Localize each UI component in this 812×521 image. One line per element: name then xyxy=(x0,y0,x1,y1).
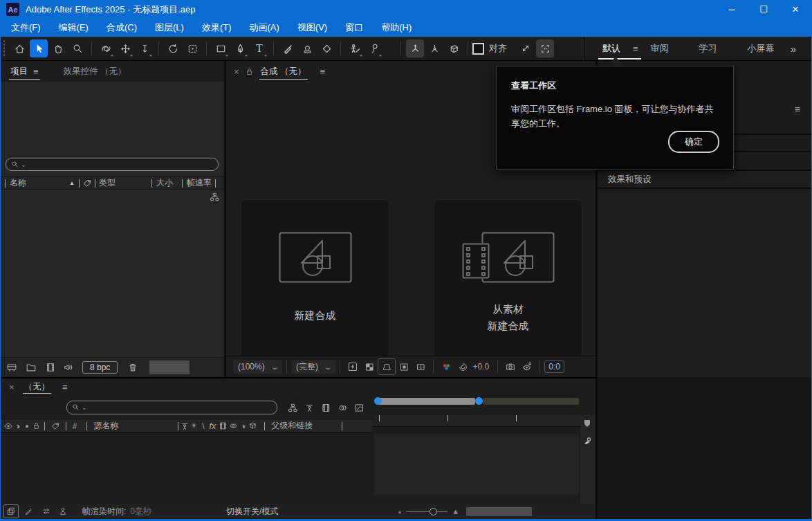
zoom-out-mountain-icon[interactable]: ▲ xyxy=(397,509,402,514)
lock-icon[interactable] xyxy=(30,419,42,434)
menu-effect[interactable]: 效果(T) xyxy=(193,19,241,37)
region-of-interest-icon[interactable] xyxy=(396,359,412,374)
timeline-tab-close-icon[interactable]: × xyxy=(9,382,15,392)
navigator-end-handle[interactable] xyxy=(475,397,483,405)
zoom-tool[interactable] xyxy=(68,39,86,57)
workspace-tab-review[interactable]: 审阅 xyxy=(648,37,672,61)
interpret-footage-icon[interactable] xyxy=(3,360,20,375)
roto-brush-tool[interactable] xyxy=(346,39,364,57)
timeline-zoom-slider-track[interactable] xyxy=(406,511,447,512)
workspace-tab-learn[interactable]: 学习 xyxy=(696,37,720,61)
transparency-grid-icon[interactable] xyxy=(361,359,378,374)
magnification-dropdown[interactable]: (100%) ⌄ xyxy=(233,360,282,374)
workspace-overflow-icon[interactable]: » xyxy=(791,43,796,55)
column-name[interactable]: 名称 xyxy=(10,177,26,189)
tab-effect-controls[interactable]: 效果控件 （无） xyxy=(59,61,131,82)
resolution-dropdown[interactable]: (完整) ⌄ xyxy=(291,360,335,374)
new-composition-from-footage-card[interactable]: 从素材 新建合成 xyxy=(434,199,582,359)
frame-blend-icon[interactable] xyxy=(317,400,334,415)
column-type[interactable]: 类型 xyxy=(99,177,116,189)
close-button[interactable]: ✕ xyxy=(779,0,811,19)
audio-icon[interactable]: ◑ xyxy=(15,421,20,431)
view-axis-mode[interactable] xyxy=(445,39,463,57)
expand-tool[interactable] xyxy=(517,39,535,57)
tab-timeline-none[interactable]: （无） xyxy=(20,378,55,396)
comp-marker-bin-icon[interactable] xyxy=(582,435,594,446)
composition-lock-icon[interactable] xyxy=(245,67,254,76)
tooltip-ok-button[interactable]: 确定 xyxy=(668,131,719,153)
eraser-tool[interactable] xyxy=(317,39,335,57)
project-footer-scrollbar[interactable] xyxy=(149,360,190,374)
camera-roi-tool[interactable] xyxy=(183,39,201,57)
shy-switch-icon[interactable] xyxy=(178,419,190,434)
pen-tool[interactable] xyxy=(231,39,249,57)
exposure-reset-icon[interactable] xyxy=(454,359,471,374)
text-tool[interactable]: T xyxy=(250,39,268,57)
snap-label[interactable]: 对齐 xyxy=(489,42,507,55)
timeline-h-scrollbar[interactable] xyxy=(466,507,532,516)
snapshot-camera-icon[interactable] xyxy=(502,359,519,374)
marker-shield-icon[interactable] xyxy=(582,418,594,429)
time-navigator[interactable] xyxy=(374,397,579,405)
video-visibility-icon[interactable] xyxy=(2,419,14,434)
hand-tool[interactable] xyxy=(49,39,67,57)
effects-presets-panel-header[interactable]: 效果和预设 xyxy=(598,171,812,189)
channel-rgb-icon[interactable] xyxy=(438,359,454,374)
live-update-icon[interactable] xyxy=(3,504,19,518)
world-axis-mode[interactable] xyxy=(425,39,443,57)
local-axis-mode[interactable] xyxy=(406,39,424,57)
snap-grid-toggle[interactable] xyxy=(536,39,554,57)
shape-tool[interactable] xyxy=(212,39,230,57)
shy-layers-icon[interactable] xyxy=(301,400,317,415)
search-dropdown-icon[interactable]: ⌄ xyxy=(82,404,87,411)
toggle-switches-modes-button[interactable]: 切换开关/模式 xyxy=(226,506,278,518)
new-composition-icon[interactable] xyxy=(42,360,59,375)
selection-tool[interactable] xyxy=(30,39,48,57)
menu-composition[interactable]: 合成(C) xyxy=(98,19,146,37)
proxy-icon[interactable] xyxy=(60,360,77,375)
collapsed-panel-menu-icon[interactable]: ≡ xyxy=(795,104,800,115)
composition-panel-menu-icon[interactable]: ≡ xyxy=(320,66,326,77)
orbit-camera-tool[interactable] xyxy=(97,39,115,57)
clone-stamp-tool[interactable] xyxy=(298,39,316,57)
tab-project[interactable]: 项目 ≡ xyxy=(6,61,43,82)
timeline-panel-menu-icon[interactable]: ≡ xyxy=(62,382,68,392)
collapse-transforms-icon[interactable]: ☀ xyxy=(190,421,197,430)
column-frame-rate[interactable]: 帧速率 xyxy=(187,177,212,189)
trash-icon[interactable] xyxy=(124,360,141,375)
tab-composition[interactable]: 合成 （无） xyxy=(257,61,311,82)
project-panel-menu-icon[interactable]: ≡ xyxy=(33,66,39,77)
menu-help[interactable]: 帮助(H) xyxy=(372,19,421,37)
label-column-tag-icon[interactable] xyxy=(82,179,92,188)
column-size[interactable]: 大小 xyxy=(156,177,173,189)
composition-tab-close-icon[interactable]: × xyxy=(234,66,239,77)
bit-depth-button[interactable]: 8 bpc xyxy=(82,361,118,374)
toolbar-grip[interactable] xyxy=(3,39,6,57)
column-source-name[interactable]: 源名称 xyxy=(93,420,118,432)
timeline-zoom-slider-handle[interactable] xyxy=(430,508,437,515)
exposure-value[interactable]: +0.0 xyxy=(472,362,489,372)
timeline-search-input[interactable]: ⌄ xyxy=(66,401,277,414)
rotation-tool[interactable] xyxy=(164,39,182,57)
pan-camera-tool[interactable] xyxy=(116,39,134,57)
menu-file[interactable]: 文件(F) xyxy=(2,19,50,37)
zoom-in-mountain-icon[interactable]: ▲ xyxy=(452,507,459,515)
search-dropdown-icon[interactable]: ⌄ xyxy=(21,161,26,168)
solo-icon[interactable]: ● xyxy=(25,423,28,430)
navigator-start-handle[interactable] xyxy=(374,397,382,405)
column-layer-number[interactable]: # xyxy=(73,421,77,431)
draft-3d-icon[interactable] xyxy=(21,505,35,518)
adjustment-layer-icon[interactable]: ◑ xyxy=(241,421,246,431)
workspace-menu-icon[interactable]: ≡ xyxy=(633,44,638,54)
graph-editor-icon[interactable] xyxy=(351,400,367,415)
guides-grid-icon[interactable] xyxy=(412,359,429,374)
snap-checkbox[interactable] xyxy=(472,43,484,55)
new-composition-card[interactable]: 新建合成 xyxy=(241,199,389,359)
minimize-button[interactable]: ─ xyxy=(716,0,748,19)
project-search-input[interactable]: ⌄ xyxy=(6,158,219,171)
time-ruler[interactable] xyxy=(373,415,580,427)
puppet-pin-tool[interactable] xyxy=(365,39,383,57)
preview-time-display[interactable]: 0:0 xyxy=(544,360,564,373)
menu-layer[interactable]: 图层(L) xyxy=(146,19,193,37)
composition-flowchart-icon[interactable] xyxy=(284,400,301,415)
